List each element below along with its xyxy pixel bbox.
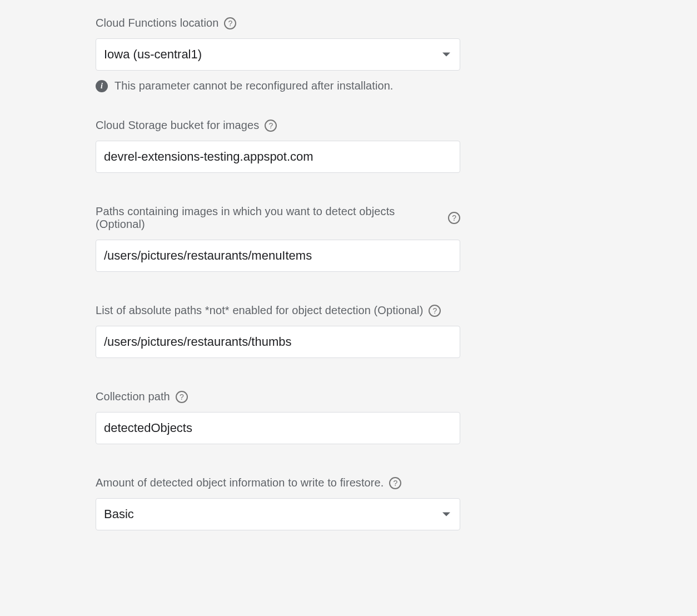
location-field-group: Cloud Functions location ? i This parame…	[96, 17, 460, 92]
detail-level-field-group: Amount of detected object information to…	[96, 476, 460, 530]
info-row: i This parameter cannot be reconfigured …	[96, 80, 460, 92]
label-row: Cloud Storage bucket for images ?	[96, 119, 460, 132]
include-paths-input[interactable]	[96, 240, 460, 272]
exclude-paths-label: List of absolute paths *not* enabled for…	[96, 304, 423, 317]
help-icon[interactable]: ?	[224, 17, 236, 29]
help-icon[interactable]: ?	[265, 120, 277, 132]
label-row: List of absolute paths *not* enabled for…	[96, 304, 460, 317]
location-info-text: This parameter cannot be reconfigured af…	[114, 80, 394, 92]
info-icon: i	[96, 80, 108, 92]
exclude-paths-input[interactable]	[96, 326, 460, 358]
location-select-wrapper	[96, 38, 460, 71]
label-row: Cloud Functions location ?	[96, 17, 460, 29]
help-icon[interactable]: ?	[429, 305, 441, 317]
location-select[interactable]	[96, 38, 460, 71]
label-row: Paths containing images in which you wan…	[96, 205, 460, 231]
exclude-paths-field-group: List of absolute paths *not* enabled for…	[96, 304, 460, 358]
collection-path-field-group: Collection path ?	[96, 390, 460, 444]
detail-level-label: Amount of detected object information to…	[96, 476, 384, 489]
include-paths-field-group: Paths containing images in which you wan…	[96, 205, 460, 272]
help-icon[interactable]: ?	[389, 477, 401, 489]
label-row: Collection path ?	[96, 390, 460, 403]
detail-level-select-wrapper	[96, 498, 460, 530]
bucket-label: Cloud Storage bucket for images	[96, 119, 259, 132]
location-label: Cloud Functions location	[96, 17, 218, 29]
detail-level-select[interactable]	[96, 498, 460, 530]
collection-path-label: Collection path	[96, 390, 170, 403]
include-paths-label: Paths containing images in which you wan…	[96, 205, 442, 231]
help-icon[interactable]: ?	[176, 391, 188, 403]
help-icon[interactable]: ?	[448, 212, 460, 224]
collection-path-input[interactable]	[96, 412, 460, 444]
configuration-form: Cloud Functions location ? i This parame…	[96, 17, 460, 530]
bucket-field-group: Cloud Storage bucket for images ?	[96, 119, 460, 173]
bucket-input[interactable]	[96, 141, 460, 173]
label-row: Amount of detected object information to…	[96, 476, 460, 489]
